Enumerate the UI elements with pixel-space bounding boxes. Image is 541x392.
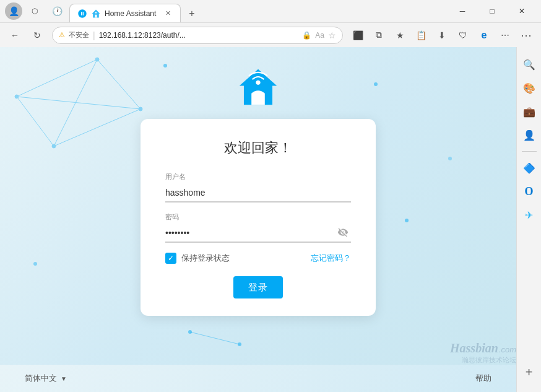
remember-me-checkbox[interactable]: ✓ [165, 253, 176, 264]
refresh-icon: ↻ [33, 30, 41, 40]
address-divider: | [93, 30, 95, 40]
collections-button[interactable]: 📋 [411, 25, 431, 45]
sidebar-search-button[interactable]: 🔍 [519, 54, 539, 74]
svg-point-10 [139, 107, 142, 111]
svg-point-9 [95, 58, 99, 61]
history-button[interactable]: 🕐 [47, 1, 67, 21]
edge-icon-button[interactable]: e [474, 25, 494, 45]
sidebar-discover-button[interactable]: 🎨 [519, 78, 539, 98]
browser-settings-button[interactable]: ⋯ [516, 25, 536, 45]
more-tools-button[interactable]: ⋯ [495, 25, 515, 45]
tab-actions-icon: ⬛ [353, 30, 363, 40]
profile-sync-button[interactable]: 🛡 [453, 25, 473, 45]
svg-line-5 [17, 97, 54, 146]
downloads-icon: ⬇ [438, 30, 446, 40]
blue-gem-icon: 🔷 [523, 162, 535, 174]
forgot-password-link[interactable]: 忘记密码？ [311, 253, 351, 264]
user-icon: 👤 [523, 129, 535, 141]
split-view-icon: ⧉ [376, 30, 382, 40]
sidebar-telegram-button[interactable]: ✈ [519, 205, 539, 225]
collections-icon: 📋 [416, 30, 426, 40]
svg-point-20 [256, 81, 260, 85]
profile-sync-icon: 🛡 [459, 30, 467, 40]
split-view-button[interactable]: ⧉ [369, 25, 389, 45]
svg-point-14 [405, 219, 409, 222]
language-text: 简体中文 [25, 373, 57, 384]
svg-point-19 [238, 342, 241, 346]
remember-me-label[interactable]: ✓ 保持登录状态 [165, 253, 230, 264]
sidebar-outlook-button[interactable]: O [519, 181, 539, 201]
main-content: 欢迎回家！ 用户名 密码 [0, 47, 516, 392]
edge-sidebar: 🔍 🎨 💼 👤 🔷 O ✈ + [516, 47, 541, 392]
sidebar-user-button[interactable]: 👤 [519, 125, 539, 145]
address-text: 192.168.1.12:8123/auth/... [99, 31, 299, 40]
browser-settings-icon: ⋯ [521, 28, 532, 42]
svg-line-7 [17, 97, 141, 109]
back-icon: ← [11, 30, 19, 40]
login-card: 欢迎回家！ 用户名 密码 [141, 119, 376, 316]
back-button[interactable]: ← [5, 25, 25, 45]
sidebar-blue-gem-button[interactable]: 🔷 [519, 158, 539, 178]
svg-point-11 [52, 144, 56, 148]
more-tools-icon: ⋯ [501, 30, 509, 40]
svg-point-1 [95, 12, 97, 13]
new-tab-button[interactable]: + [183, 5, 201, 22]
sidebar-briefcase-button[interactable]: 💼 [519, 102, 539, 121]
language-selector[interactable]: 简体中文 ▼ [25, 373, 67, 384]
reader-mode-icon: Aa [315, 31, 324, 40]
remember-me-text: 保持登录状态 [181, 253, 230, 264]
password-input[interactable] [165, 224, 351, 243]
tab-actions-button[interactable]: ⬛ [348, 25, 368, 45]
active-tab[interactable]: Home Assistant ✕ [69, 4, 181, 22]
sidebar-add-button[interactable]: + [519, 362, 539, 382]
svg-point-8 [15, 95, 19, 98]
tab-title: Home Assistant [105, 9, 156, 18]
minimize-button[interactable]: ─ [448, 1, 477, 21]
downloads-button[interactable]: ⬇ [432, 25, 452, 45]
favorites-icon: ★ [396, 30, 404, 40]
favorites-button[interactable]: ★ [390, 25, 410, 45]
logo-area [236, 66, 280, 113]
extensions-button[interactable]: ⬡ [25, 1, 45, 21]
tab-close-button[interactable]: ✕ [163, 9, 173, 19]
login-button[interactable]: 登录 [233, 276, 283, 298]
svg-point-18 [188, 330, 192, 334]
tab-favicon [77, 9, 87, 19]
svg-line-6 [54, 59, 97, 146]
refresh-button[interactable]: ↻ [27, 25, 47, 45]
discover-icon: 🎨 [523, 82, 535, 94]
tab-favicon-ha [91, 9, 101, 19]
username-field-group: 用户名 [165, 172, 351, 203]
lock-icon: 🔒 [302, 31, 311, 40]
favorite-icon[interactable]: ☆ [328, 30, 336, 40]
add-icon: + [526, 365, 533, 380]
username-label: 用户名 [165, 172, 351, 181]
profile-button[interactable]: 👤 [5, 2, 22, 20]
username-input[interactable] [165, 184, 351, 203]
help-link[interactable]: 帮助 [475, 373, 491, 384]
history-icon: 🕐 [52, 6, 63, 16]
svg-line-4 [54, 109, 141, 146]
welcome-heading: 欢迎回家！ [165, 139, 351, 157]
address-bar[interactable]: ⚠ 不安全 | 192.168.1.12:8123/auth/... 🔒 Aa … [52, 27, 343, 44]
svg-line-17 [190, 332, 240, 344]
window-close-button[interactable]: ✕ [508, 1, 536, 21]
svg-line-3 [97, 59, 141, 109]
options-row: ✓ 保持登录状态 忘记密码？ [165, 253, 351, 264]
svg-point-15 [448, 157, 452, 160]
password-field-group: 密码 [165, 212, 351, 243]
svg-line-2 [17, 59, 97, 97]
language-chevron-icon: ▼ [61, 375, 67, 382]
maximize-button[interactable]: □ [478, 1, 506, 21]
security-label: 不安全 [69, 30, 89, 40]
toggle-password-icon[interactable] [337, 227, 348, 240]
security-warning-icon: ⚠ [59, 31, 65, 39]
sidebar-divider [522, 151, 537, 152]
page-footer: 简体中文 ▼ 帮助 [0, 365, 516, 392]
edge-icon: e [482, 30, 487, 41]
briefcase-icon: 💼 [523, 106, 535, 118]
outlook-icon: O [524, 185, 533, 198]
checkmark-icon: ✓ [168, 254, 174, 263]
ha-logo [236, 66, 280, 110]
svg-point-12 [163, 64, 167, 68]
